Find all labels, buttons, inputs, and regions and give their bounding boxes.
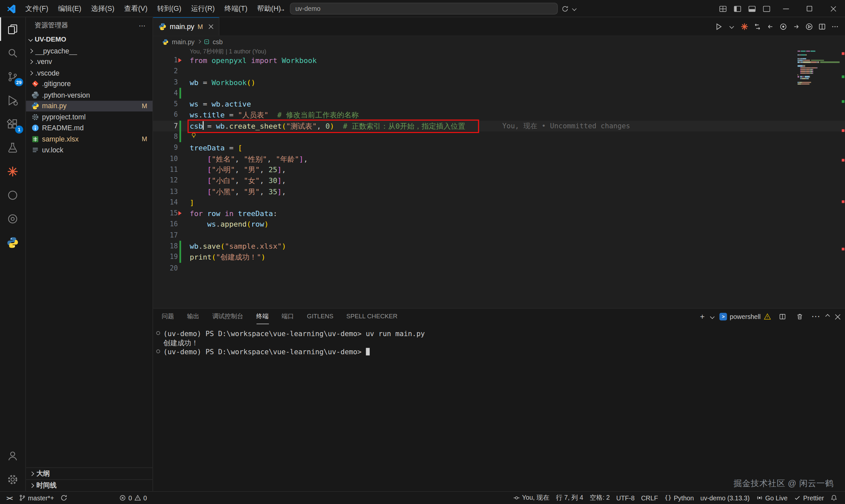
status-cursor-position[interactable]: 行 7, 列 4 xyxy=(552,492,586,504)
explorer-item-README.md[interactable]: README.md xyxy=(26,122,153,133)
explorer-item-main.py[interactable]: main.pyM xyxy=(26,100,153,111)
panel-tab-终端[interactable]: 终端 xyxy=(256,309,269,324)
activity-explorer[interactable] xyxy=(0,17,25,41)
status-go-live[interactable]: Go Live xyxy=(753,492,791,504)
status-eol[interactable]: CRLF xyxy=(638,492,661,504)
timeline-section[interactable]: 时间线 xyxy=(26,479,153,491)
run-python-button[interactable] xyxy=(713,20,724,32)
next-change-icon[interactable] xyxy=(791,20,802,32)
more-actions-icon[interactable] xyxy=(829,20,841,32)
activity-testing[interactable] xyxy=(0,136,25,159)
menu-item-1[interactable]: 编辑(E) xyxy=(53,0,86,17)
kill-terminal-icon[interactable] xyxy=(794,310,805,322)
explorer-item-.python-version[interactable]: .python-version xyxy=(26,89,153,100)
extension-star-icon[interactable] xyxy=(739,20,750,32)
status-problems[interactable]: 00 xyxy=(116,492,150,504)
toggle-sidebar-icon[interactable] xyxy=(730,6,745,12)
explorer-item-.vscode[interactable]: .vscode xyxy=(26,67,153,78)
activity-extension-ring2[interactable] xyxy=(0,207,25,231)
status-notifications[interactable] xyxy=(827,492,841,504)
close-tab-icon[interactable] xyxy=(208,24,213,29)
activity-python[interactable] xyxy=(0,231,25,254)
split-editor-icon[interactable] xyxy=(816,20,828,32)
refresh-icon[interactable] xyxy=(561,5,568,12)
compare-icon[interactable] xyxy=(778,20,789,32)
code-text: for row in treeData: xyxy=(178,208,277,219)
panel-more-actions-icon[interactable]: ⋯ xyxy=(811,311,820,322)
status-sync[interactable] xyxy=(57,492,71,504)
lightbulb-icon[interactable] xyxy=(190,132,197,139)
code-line-4: 4 xyxy=(153,88,845,98)
maximize-panel-icon[interactable] xyxy=(825,314,829,319)
accounts-button[interactable] xyxy=(0,444,25,467)
explorer-item-uv.lock[interactable]: uv.lock xyxy=(26,144,153,155)
explorer-root-folder[interactable]: UV-DEMO xyxy=(26,33,153,45)
close-panel-icon[interactable] xyxy=(835,314,840,319)
explorer-item-pyproject.toml[interactable]: pyproject.toml xyxy=(26,111,153,122)
status-git-branch[interactable]: master*+ xyxy=(16,492,57,504)
status-gitlens-blame[interactable]: You, 现在 xyxy=(510,492,552,504)
menu-item-4[interactable]: 转到(G) xyxy=(152,0,186,17)
explorer-item-.venv[interactable]: .venv xyxy=(26,56,153,67)
outline-section[interactable]: 大纲 xyxy=(26,467,153,479)
command-center-search[interactable]: uv-demo xyxy=(290,3,558,15)
menu-item-5[interactable]: 运行(R) xyxy=(186,0,219,17)
file-label: pyproject.toml xyxy=(42,113,86,121)
toggle-secondary-sidebar-icon[interactable] xyxy=(759,6,774,12)
activity-extension-ring[interactable] xyxy=(0,183,25,207)
open-changes-icon[interactable] xyxy=(752,20,763,32)
codelens-blame[interactable]: You, 7秒钟前 | 1 author (You) xyxy=(153,48,845,55)
activity-extensions[interactable]: 1 xyxy=(0,112,25,136)
terminal-output[interactable]: (uv-demo) PS D:\workspace\vue-learning\u… xyxy=(153,324,845,357)
status-python-interpreter[interactable]: uv-demo (3.13.3) xyxy=(697,492,753,504)
settings-button[interactable] xyxy=(0,467,25,491)
maximize-button[interactable] xyxy=(797,0,821,17)
minimap[interactable] xyxy=(797,51,838,87)
panel-tab-输出[interactable]: 输出 xyxy=(187,309,200,324)
previous-change-icon[interactable] xyxy=(765,20,776,32)
menu-item-3[interactable]: 查看(V) xyxy=(119,0,152,17)
run-dropdown-icon[interactable] xyxy=(726,20,737,32)
activity-source-control[interactable]: 29 xyxy=(0,65,25,88)
panel-tab-SPELL CHECKER[interactable]: SPELL CHECKER xyxy=(346,309,398,324)
new-terminal-button[interactable]: + xyxy=(700,313,705,320)
breadcrumb-file[interactable]: main.py xyxy=(172,38,195,46)
run-below-icon[interactable] xyxy=(804,20,815,32)
toggle-panel-icon[interactable] xyxy=(745,6,759,12)
panel-tab-问题[interactable]: 问题 xyxy=(162,309,174,324)
minimize-button[interactable] xyxy=(774,0,797,17)
close-button[interactable] xyxy=(821,0,845,17)
explorer-item-__pycache__[interactable]: __pycache__ xyxy=(26,45,153,56)
line-number: 7 xyxy=(153,120,178,131)
menu-item-0[interactable]: 文件(F) xyxy=(20,0,53,17)
status-remote[interactable]: >< xyxy=(3,492,16,504)
menu-item-2[interactable]: 选择(S) xyxy=(86,0,119,17)
status-prettier[interactable]: Prettier xyxy=(791,492,828,504)
code-editor[interactable]: You, 7秒钟前 | 1 author (You) 1from openpyx… xyxy=(153,48,845,308)
terminal-dropdown-icon[interactable] xyxy=(710,314,714,319)
panel-tab-GITLENS[interactable]: GITLENS xyxy=(307,309,333,324)
status-indentation[interactable]: 空格: 2 xyxy=(586,492,613,504)
tab-main-py[interactable]: main.py M xyxy=(153,17,219,36)
minimap-line xyxy=(797,62,838,63)
terminal-shell-item[interactable]: > powershell xyxy=(720,313,771,320)
forward-arrow-icon[interactable]: → xyxy=(278,4,285,13)
chevron-down-icon[interactable] xyxy=(573,6,577,11)
activity-extension-star[interactable] xyxy=(0,159,25,183)
split-terminal-icon[interactable] xyxy=(777,310,788,322)
breadcrumb-symbol[interactable]: csb xyxy=(213,38,223,46)
gear-icon xyxy=(6,473,19,486)
panel-tab-端口[interactable]: 端口 xyxy=(282,309,294,324)
status-language-mode[interactable]: {}Python xyxy=(661,492,697,504)
explorer-item-sample.xlsx[interactable]: sample.xlsxM xyxy=(26,133,153,144)
status-encoding[interactable]: UTF-8 xyxy=(613,492,638,504)
activity-run-debug[interactable] xyxy=(0,88,25,112)
more-actions-icon[interactable]: ⋯ xyxy=(139,21,146,29)
explorer-item-.gitignore[interactable]: .gitignore xyxy=(26,78,153,89)
customize-layout-icon[interactable] xyxy=(716,6,730,12)
back-arrow-icon[interactable]: ← xyxy=(263,4,271,13)
activity-search[interactable] xyxy=(0,41,25,65)
panel-tab-调试控制台[interactable]: 调试控制台 xyxy=(212,309,243,324)
titlebar-controls xyxy=(716,0,845,17)
menu-item-6[interactable]: 终端(T) xyxy=(219,0,252,17)
